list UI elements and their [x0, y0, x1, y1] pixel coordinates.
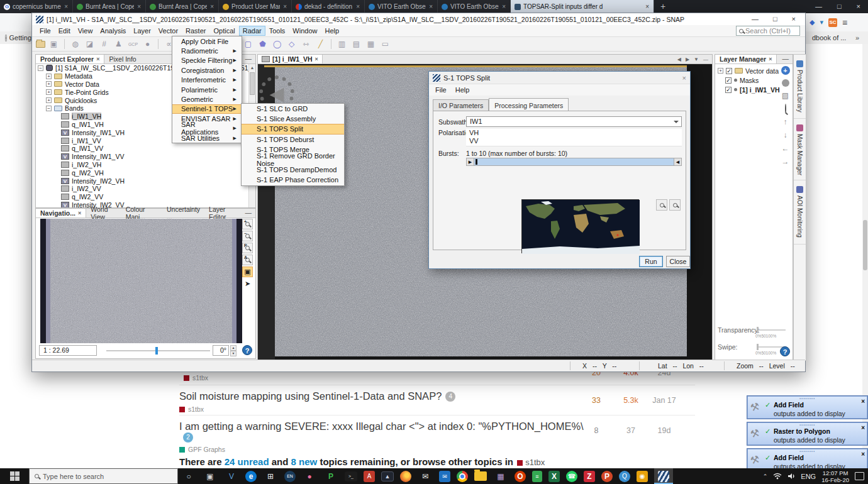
expand-icon[interactable]: + — [46, 74, 52, 79]
clock[interactable]: 12:07 PM 16-Feb-20 — [821, 470, 849, 483]
taskbar-icon-excel[interactable]: X — [548, 471, 560, 482]
tab-list-icon[interactable]: ▼ — [694, 57, 699, 62]
expand-icon[interactable]: + — [46, 97, 52, 103]
menu-vector[interactable]: Vector — [155, 26, 182, 36]
taskbar-icon-notes[interactable]: ≡ — [532, 471, 542, 482]
wifi-icon[interactable] — [773, 473, 782, 480]
new-link[interactable]: 8 new — [291, 456, 318, 467]
world-map-preview[interactable] — [521, 199, 639, 253]
menu-help[interactable]: Help — [321, 26, 343, 36]
open-product-icon[interactable] — [36, 41, 45, 48]
browser-tab-active[interactable]: TOPSAR-Split inputs differ d × — [511, 0, 654, 13]
taskbar-icon-acrobat[interactable]: A — [364, 471, 375, 482]
footer-tag[interactable]: s1tbx — [525, 458, 545, 467]
map-zoom-in-icon[interactable] — [669, 199, 681, 211]
taskbar-icon-photos[interactable]: ▲ — [381, 471, 394, 481]
menu-item-slc-to-grd[interactable]: S-1 SLC to GRD — [242, 104, 344, 114]
tab-mask-manager[interactable]: Mask Manager — [794, 123, 806, 180]
tab-pixel-info[interactable]: Pixel Info — [104, 55, 140, 63]
band-row[interactable]: VIntensity_IW2_VH — [36, 177, 248, 185]
tab-layer-editor[interactable]: Layer Editor — [204, 209, 241, 217]
sync-views-button[interactable]: ▣ — [242, 267, 253, 277]
band-row[interactable]: VIntensity_IW1_VV — [36, 153, 248, 161]
expand-icon[interactable]: + — [46, 81, 52, 87]
sync-cursor-button[interactable]: ➤ — [242, 278, 253, 289]
close-icon[interactable]: × — [861, 398, 865, 405]
rotation-spinner[interactable]: ▲▼ — [230, 345, 236, 356]
tab-close-icon[interactable]: × — [645, 3, 650, 10]
transparency-slider[interactable] — [757, 329, 786, 331]
scroll-left-icon[interactable]: ◀ — [677, 57, 681, 62]
close-icon[interactable]: × — [769, 56, 772, 62]
tab-colour-manipulation[interactable]: Colour Mani... — [121, 209, 162, 217]
extension-icon[interactable]: ◆ — [810, 18, 815, 26]
scroll-right-icon[interactable]: ▶ — [686, 57, 689, 62]
browser-tab[interactable]: Burnt Area | Copernicus Glob × — [146, 0, 219, 13]
menu-item-slice-assembly[interactable]: S-1 Slice Assembly — [242, 114, 344, 124]
tab-close-icon[interactable]: × — [355, 3, 360, 10]
topic-tag[interactable]: s1tbx — [179, 405, 588, 413]
layer-zoom-icon[interactable] — [785, 104, 786, 113]
menu-item-tops-deburst[interactable]: S-1 TOPS Deburst — [242, 135, 344, 145]
menu-item-geometric[interactable]: Geometric▶ — [172, 94, 242, 104]
taskbar-icon-app-pink[interactable]: ● — [302, 469, 317, 484]
topic-tag[interactable]: s1tbx — [184, 374, 208, 382]
taskbar-icon-store[interactable]: ⊞ — [263, 469, 278, 484]
rectangle-draw-icon[interactable]: ▢ — [242, 39, 254, 50]
taskbar-icon-firefox[interactable] — [400, 471, 411, 482]
browser-close-button[interactable]: × — [849, 0, 868, 13]
help-button[interactable]: ? — [242, 345, 252, 355]
polygon-draw-icon[interactable]: ⬟ — [257, 39, 269, 50]
gcp-icon[interactable]: GCP — [127, 39, 139, 50]
notification-raster-to-polygon[interactable]: ▪▪▪▪▪▪▪▪ × ⚒ ✓ Raster to Polygon outputs… — [747, 422, 868, 446]
bookmark-item[interactable]: Getting — [9, 34, 31, 41]
menu-item-tops-split[interactable]: S-1 TOPS Split — [242, 124, 344, 134]
pin-icon[interactable]: ♟ — [113, 39, 125, 50]
slider-thumb[interactable] — [155, 347, 158, 355]
menu-tools[interactable]: Tools — [265, 26, 289, 36]
move-right-icon[interactable]: → — [782, 157, 789, 166]
slider-track[interactable] — [474, 158, 674, 165]
measure-icon[interactable]: ⇿ — [300, 39, 312, 50]
taskbar-icon-cortana[interactable]: ○ — [181, 469, 196, 484]
grid-icon[interactable]: # — [98, 39, 110, 50]
close-icon[interactable]: × — [315, 56, 318, 62]
product-stack-icon[interactable]: ▣ — [48, 39, 60, 50]
help-button[interactable]: ? — [780, 346, 790, 356]
no-data-icon[interactable]: ◍ — [69, 39, 81, 50]
layer-checkbox[interactable]: ✓ — [726, 68, 732, 74]
menu-optical[interactable]: Optical — [209, 26, 238, 36]
menu-item-interferometric[interactable]: Interferometric▶ — [172, 75, 242, 85]
topic-title[interactable]: I am getting a warning SEVERE: xxxx Ille… — [179, 421, 584, 432]
bookmark-item[interactable]: dbook of ... — [812, 34, 846, 41]
tab-aoi-monitoring[interactable]: AOI Monitoring — [794, 184, 806, 245]
bookmark-icon[interactable]: ▾ — [820, 18, 823, 26]
collapse-icon[interactable]: − — [46, 106, 52, 111]
menu-view[interactable]: View — [74, 26, 97, 36]
layer-checkbox[interactable]: ✓ — [725, 77, 732, 84]
browser-tab[interactable]: VITO Earth Observation - Fir × — [438, 0, 511, 13]
unread-link[interactable]: 24 unread — [225, 456, 269, 467]
menu-radar[interactable]: Radar — [239, 26, 265, 36]
remove-layer-icon[interactable] — [782, 79, 789, 87]
tab-close-icon[interactable]: × — [136, 3, 142, 10]
taskbar-icon-app-grid[interactable]: ▦ — [493, 469, 508, 484]
menu-edit[interactable]: Edit — [55, 26, 74, 36]
dialog-menu-help[interactable]: Help — [455, 86, 470, 94]
close-icon[interactable]: × — [96, 56, 99, 62]
move-down-icon[interactable]: ↓ — [784, 131, 787, 140]
menu-item-apply-orbit-file[interactable]: Apply Orbit File — [172, 36, 242, 46]
layer-checkbox[interactable]: ✓ — [725, 87, 732, 93]
layer-stack-icon[interactable]: ▧ — [782, 91, 789, 100]
collapse-icon[interactable]: − — [38, 65, 43, 71]
tray-expand-icon[interactable]: ⌃ — [763, 473, 768, 480]
taskbar-icon-outlook[interactable]: ✉ — [439, 471, 450, 482]
taskbar-icon-powerpoint[interactable]: P — [601, 471, 613, 482]
tab-navigation[interactable]: Navigatio...× — [36, 209, 86, 217]
split-horizontal-icon[interactable]: ▤ — [350, 39, 362, 50]
volume-icon[interactable] — [787, 473, 795, 480]
language-indicator[interactable]: ENG — [801, 473, 816, 480]
browser-tab[interactable]: Burnt Area | Copernicus Glob × — [73, 0, 146, 13]
taskbar-icon-visual-studio[interactable]: V — [224, 469, 239, 484]
close-icon[interactable]: × — [861, 424, 865, 431]
